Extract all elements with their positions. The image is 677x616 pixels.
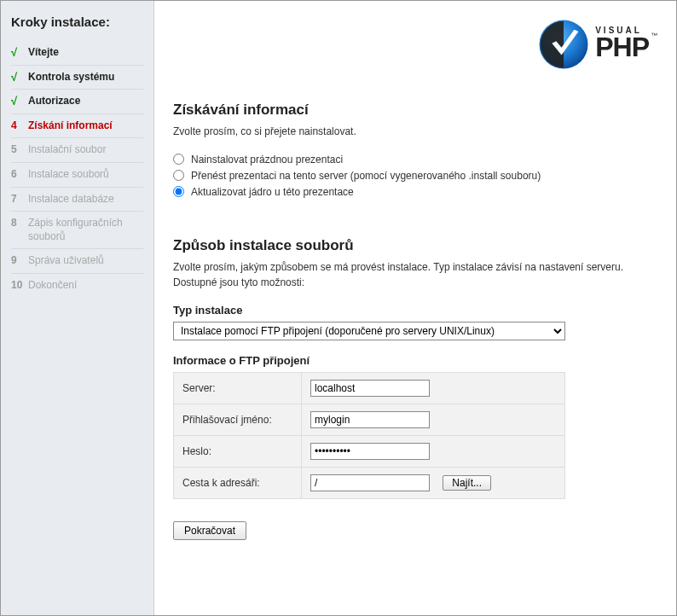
type-label: Typ instalace [173,304,657,317]
browse-button[interactable]: Najít... [443,475,491,491]
check-icon: √ [11,95,28,108]
step-number: 9 [11,254,28,266]
step-install-file: 5 Instalační soubor [11,138,143,163]
option-transfer[interactable]: Přenést prezentaci na tento server (pomo… [173,167,657,183]
step-syscheck: √ Kontrola systému [11,66,143,90]
password-input[interactable] [310,443,430,460]
radio-update[interactable] [173,186,184,197]
ftp-row-password: Heslo: [174,436,565,468]
step-label: Kontrola systému [28,71,143,84]
step-label: Instalace souborů [28,168,143,182]
step-label: Instalační soubor [28,143,143,157]
step-list: √ Vítejte √ Kontrola systému √ Autorizac… [11,41,143,298]
option-label: Přenést prezentaci na tento server (pomo… [191,170,541,182]
step-number: 8 [11,217,28,229]
logo: VISUAL PHP™ [537,18,657,71]
ftp-row-path: Cesta k adresáři: Najít... [174,468,565,499]
sidebar: Kroky instalace: √ Vítejte √ Kontrola sy… [1,1,154,615]
step-finish: 10 Dokončení [11,274,143,298]
radio-empty[interactable] [173,154,184,165]
step-install-files: 6 Instalace souborů [11,163,143,188]
ftp-table: Server: Přihlašovací jméno: Heslo: Cesta… [173,372,565,499]
step-label: Vítejte [28,46,143,60]
step-number: 5 [11,143,28,155]
step-label: Správa uživatelů [28,254,143,268]
step-number: 4 [11,119,28,131]
step-info: 4 Získání informací [11,114,143,139]
install-desc: Zvolte prosím, jakým způsobem se má prov… [173,259,657,290]
option-empty-presentation[interactable]: Nainstalovat prázdnou prezentaci [173,151,657,167]
step-label: Dokončení [28,279,143,293]
continue-button[interactable]: Pokračovat [173,521,246,540]
step-install-db: 7 Instalace databáze [11,188,143,212]
logo-tm: ™ [651,32,657,39]
password-label: Heslo: [174,436,302,468]
option-label: Aktualizovat jádro u této prezentace [191,186,354,198]
step-write-config: 8 Zápis konfiguračních souborů [11,212,143,249]
radio-transfer[interactable] [173,170,184,181]
check-icon: √ [11,71,28,84]
option-label: Nainstalovat prázdnou prezentaci [191,154,343,166]
step-users: 9 Správa uživatelů [11,249,143,274]
step-label: Zápis konfiguračních souborů [28,217,143,243]
step-auth: √ Autorizace [11,90,143,114]
step-label: Získání informací [28,119,143,133]
step-number: 7 [11,193,28,205]
ftp-heading: Informace o FTP připojení [173,354,657,367]
path-input[interactable] [310,474,430,491]
step-label: Autorizace [28,95,143,108]
step-label: Instalace databáze [28,193,143,206]
install-type-select[interactable]: Instalace pomocí FTP připojení (doporuče… [173,322,565,340]
info-desc: Zvolte prosím, co si přejete nainstalova… [173,124,657,139]
visualphp-logo-icon [537,18,590,71]
step-number: 10 [11,279,28,291]
installer-window: Kroky instalace: √ Vítejte √ Kontrola sy… [0,0,677,616]
info-heading: Získávání informací [173,102,657,119]
check-icon: √ [11,46,28,59]
option-update-core[interactable]: Aktualizovat jádro u této prezentace [173,183,657,200]
login-input[interactable] [310,411,430,428]
step-welcome: √ Vítejte [11,41,143,66]
sidebar-title: Kroky instalace: [11,15,143,29]
ftp-row-server: Server: [174,373,565,404]
step-number: 6 [11,168,28,180]
install-heading: Způsob instalace souborů [173,237,657,254]
server-label: Server: [174,373,302,404]
path-label: Cesta k adresáři: [174,468,302,499]
logo-text: VISUAL PHP™ [595,26,657,63]
main-content: VISUAL PHP™ Získávání informací Zvolte p… [154,1,676,615]
ftp-row-login: Přihlašovací jméno: [174,404,565,436]
logo-php-text: PHP [595,32,649,62]
server-input[interactable] [310,380,430,397]
install-options: Nainstalovat prázdnou prezentaci Přenést… [173,151,657,200]
login-label: Přihlašovací jméno: [174,404,302,436]
